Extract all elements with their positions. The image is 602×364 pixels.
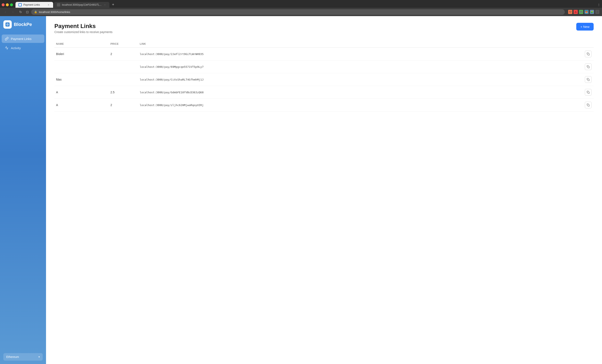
new-tab-button[interactable]: +: [110, 2, 116, 8]
tab-title-active: Payment Links: [23, 3, 45, 6]
tabs-more-button[interactable]: ⋮: [597, 3, 600, 7]
link-icon: [5, 37, 9, 41]
svg-rect-3: [588, 54, 590, 55]
row-3-copy-button[interactable]: [585, 76, 591, 83]
back-button[interactable]: ‹: [2, 9, 8, 15]
row-4-copy-button[interactable]: [585, 89, 591, 96]
sidebar-item-payment-links-label: Payment Links: [11, 37, 31, 41]
row-1-link: localhost:3000/pay/2JeFl2rt9GiTLWrWH935: [138, 53, 583, 56]
row-1-copy-button[interactable]: [585, 51, 591, 57]
ext-1[interactable]: 🛡: [568, 10, 572, 14]
tab-bar: Payment Links × localhost:3000/pay/2JeFl…: [0, 0, 602, 8]
row-1-actions: [583, 51, 594, 57]
network-label: Ethereum: [6, 355, 19, 359]
address-bar-row: ‹ › ↻ ⊡ 🔒 localhost:3000/home/links 🛡 ⚠ …: [0, 8, 602, 16]
tab-favicon-2: [57, 3, 60, 7]
row-5-price: 2: [109, 103, 138, 107]
address-bar[interactable]: 🔒 localhost:3000/home/links: [31, 9, 565, 15]
app-container: BlockPe Payment Links Activity: [0, 16, 602, 364]
browser-extensions: 🛡 ⚠ 🎮 🦊 🧩 ⋮: [568, 10, 600, 14]
sidebar-item-activity-label: Activity: [11, 46, 21, 50]
table-row: A 2 localhost:3000/pay/zljhc62HMjwaRqoyU…: [54, 99, 594, 111]
sidebar-item-activity[interactable]: Activity: [2, 44, 44, 52]
maximize-traffic-light[interactable]: [10, 3, 13, 6]
svg-rect-6: [588, 92, 590, 94]
page-subtitle: Create customized links to receive payme…: [54, 30, 113, 34]
svg-rect-2: [7, 24, 8, 25]
sidebar-item-payment-links[interactable]: Payment Links: [2, 34, 44, 43]
table-row: Bisleri 2 localhost:3000/pay/2JeFl2rt9Gi…: [54, 48, 594, 60]
page-title-area: Payment Links Create customized links to…: [54, 23, 113, 34]
logo-icon: [3, 20, 12, 29]
column-link: LINK: [138, 43, 583, 45]
tab-title-secondary: localhost:3000/pay/2JeFl2rt9GiTL...: [62, 3, 101, 6]
table-header: NAME PRICE LINK: [54, 40, 594, 48]
browser-chrome: Payment Links × localhost:3000/pay/2JeFl…: [0, 0, 602, 16]
menu-button[interactable]: ⋮: [595, 10, 600, 14]
row-4-actions: [583, 89, 594, 96]
bookmark-button[interactable]: ⊡: [25, 9, 30, 15]
ext-2[interactable]: ⚠: [574, 10, 578, 14]
ext-3[interactable]: 🎮: [579, 10, 583, 14]
row-3-name: fdas: [54, 78, 109, 81]
refresh-button[interactable]: ↻: [18, 9, 23, 15]
row-4-price: 2.5: [109, 91, 138, 94]
row-4-link: localhost:3000/pay/GdmbFE10fVBcD363zQ68: [138, 91, 583, 94]
svg-rect-5: [588, 79, 590, 81]
nav-items: Payment Links Activity: [0, 33, 46, 350]
row-5-name: A: [54, 103, 109, 107]
logo-area: BlockPe: [0, 16, 46, 33]
ext-4[interactable]: 🦊: [584, 10, 589, 14]
table-row: localhost:3000/pay/69Mpgcqe5571VT5p9Ly7: [54, 60, 594, 73]
row-1-price: 2: [109, 52, 138, 56]
tab-favicon: [18, 3, 22, 7]
row-5-actions: [583, 102, 594, 108]
sidebar-bottom: Ethereum ▾: [0, 350, 46, 364]
row-5-copy-button[interactable]: [585, 102, 591, 108]
row-5-link: localhost:3000/pay/zljhc62HMjwaRqoyUIRj: [138, 104, 583, 107]
column-name: NAME: [54, 43, 109, 45]
network-chevron-icon: ▾: [39, 355, 40, 358]
network-selector-button[interactable]: Ethereum ▾: [3, 353, 43, 361]
column-price: PRICE: [109, 43, 138, 45]
row-3-link: localhost:3000/pay/CcXsShaRLT4GfhmhMj1J: [138, 78, 583, 81]
svg-rect-0: [19, 4, 21, 6]
table-row: A 2.5 localhost:3000/pay/GdmbFE10fVBcD36…: [54, 86, 594, 99]
row-2-actions: [583, 63, 594, 70]
logo-text: BlockPe: [14, 22, 32, 27]
page-title: Payment Links: [54, 23, 113, 30]
svg-rect-4: [588, 66, 590, 68]
row-1-name: Bisleri: [54, 52, 109, 56]
close-traffic-light[interactable]: [2, 3, 5, 6]
row-2-copy-button[interactable]: [585, 63, 591, 70]
row-4-name: A: [54, 91, 109, 94]
minimize-traffic-light[interactable]: [6, 3, 9, 6]
activity-icon: [5, 46, 9, 50]
svg-rect-7: [588, 105, 590, 106]
tab-active[interactable]: Payment Links ×: [15, 2, 53, 8]
page-header: Payment Links Create customized links to…: [54, 23, 594, 34]
column-actions: [583, 43, 594, 45]
tab-secondary[interactable]: localhost:3000/pay/2JeFl2rt9GiTL... ×: [54, 2, 109, 8]
ext-5[interactable]: 🧩: [590, 10, 594, 14]
table-row: fdas localhost:3000/pay/CcXsShaRLT4Gfhmh…: [54, 73, 594, 86]
address-text: localhost:3000/home/links: [39, 11, 70, 14]
lock-icon: 🔒: [34, 11, 37, 13]
tab-close-active[interactable]: ×: [47, 3, 50, 7]
row-2-link: localhost:3000/pay/69Mpgcqe5571VT5p9Ly7: [138, 65, 583, 68]
sidebar: BlockPe Payment Links Activity: [0, 16, 46, 364]
main-content: Payment Links Create customized links to…: [46, 16, 602, 364]
row-3-actions: [583, 76, 594, 83]
new-payment-link-button[interactable]: + New: [576, 23, 594, 31]
payment-links-table: NAME PRICE LINK Bisleri 2 localhost:3000…: [54, 40, 594, 111]
forward-button[interactable]: ›: [10, 9, 16, 15]
traffic-lights: [2, 3, 13, 6]
tab-close-secondary[interactable]: ×: [103, 3, 107, 7]
